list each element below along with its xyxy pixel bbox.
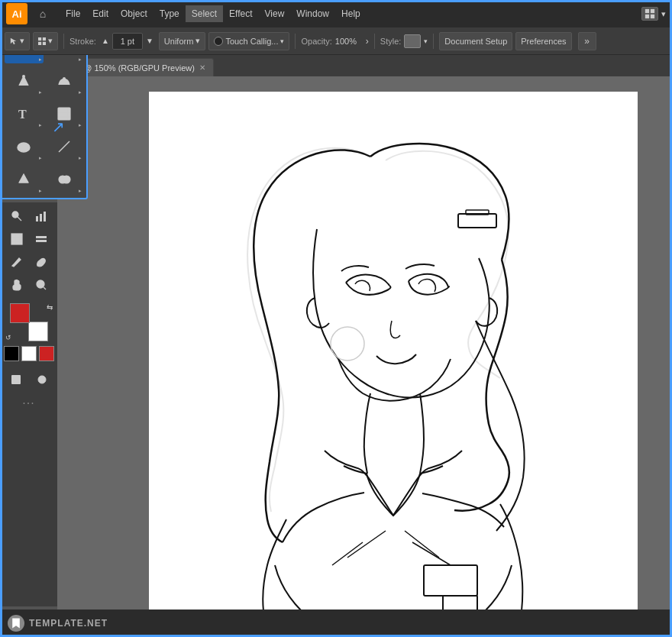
background-color-swatch[interactable]	[28, 322, 48, 341]
svg-point-11	[22, 75, 25, 78]
svg-line-20	[59, 141, 69, 152]
menu-help[interactable]: Help	[335, 5, 367, 22]
paint-btn[interactable]	[5, 163, 44, 195]
menu-type[interactable]: Type	[153, 5, 186, 22]
stroke-up-btn[interactable]: ▼	[144, 35, 156, 47]
view-mode-dropdown[interactable]: ▾	[661, 9, 666, 19]
stroke-none-swatch[interactable]	[21, 346, 37, 361]
blob-brush-btn[interactable]	[30, 251, 53, 273]
more-tools-btn[interactable]: ···	[22, 396, 34, 410]
pencil-tool-btn[interactable]	[5, 251, 28, 273]
zoom-view-btn[interactable]	[30, 274, 53, 296]
toolbar-select-btn[interactable]: ▾	[5, 32, 30, 50]
toolbox-row-3	[5, 251, 53, 273]
shapebuilder-btn[interactable]	[45, 163, 84, 195]
svg-rect-8	[43, 41, 46, 44]
zoom-tool-btn[interactable]	[5, 205, 28, 227]
illustration-svg	[149, 92, 638, 626]
svg-line-52	[412, 542, 451, 565]
pen-tool-btn[interactable]	[5, 65, 44, 96]
svg-line-51	[405, 531, 439, 558]
svg-rect-0	[645, 9, 649, 13]
toolbar-grid-btn[interactable]: ▾	[33, 32, 58, 50]
color-mode-swatch[interactable]	[39, 346, 54, 361]
opacity-expand-btn[interactable]: ›	[366, 36, 369, 47]
svg-rect-1	[651, 9, 654, 13]
svg-rect-45	[458, 214, 496, 228]
hand-tool-btn[interactable]	[5, 274, 28, 296]
menu-bar: Ai ⌂ File Edit Object Type Select Effect…	[0, 0, 672, 27]
bar-chart-btn[interactable]	[30, 228, 53, 250]
color-swatch-area: ⇆ ↺	[4, 303, 54, 341]
svg-rect-28	[40, 214, 42, 221]
svg-rect-42	[11, 375, 21, 384]
type-tool-btn[interactable]: T	[5, 98, 44, 129]
menu-effect[interactable]: Effect	[223, 5, 258, 22]
toolbar-sep-4	[433, 34, 434, 49]
fill-none-swatch[interactable]	[4, 346, 19, 361]
toolbar-extra-btn[interactable]: »	[578, 32, 596, 50]
svg-rect-3	[651, 15, 654, 18]
app-logo: Ai	[6, 3, 27, 24]
style-label: Style:	[380, 37, 402, 46]
svg-rect-27	[36, 216, 38, 221]
stroke-input[interactable]	[112, 33, 143, 50]
swap-colors-btn[interactable]: ⇆	[47, 303, 53, 312]
libraries-btn[interactable]	[5, 369, 27, 390]
uniform-dropdown[interactable]: Uniform▾	[159, 32, 206, 50]
toolbox-row-1	[5, 205, 53, 227]
brush-color-dot	[214, 37, 223, 46]
template-logo: TEMPLATE.NET	[8, 615, 108, 632]
svg-point-19	[18, 143, 30, 152]
menu-file[interactable]: File	[60, 5, 86, 22]
tab-bar: d-1* @ 150% (RGB/GPU Preview) ✕	[57, 55, 672, 76]
home-button[interactable]: ⌂	[32, 3, 53, 24]
svg-line-25	[18, 217, 21, 221]
menu-window[interactable]: Window	[290, 5, 335, 22]
menu-select[interactable]: Select	[186, 5, 223, 22]
opacity-label: Opacity:	[301, 37, 331, 46]
touch-callig-dropdown[interactable]: Touch Callig... ▾	[208, 32, 289, 50]
curvature-tool-btn[interactable]	[45, 65, 84, 96]
toolbar: ▾ ▾ Stroke: ▲ ▼ Uniform▾ Touch Callig...…	[0, 27, 672, 55]
svg-line-50	[347, 531, 386, 558]
style-swatch[interactable]	[404, 34, 421, 48]
toolbar-sep-2	[295, 34, 296, 49]
swatches-btn[interactable]	[31, 369, 53, 390]
template-logo-icon	[8, 615, 24, 632]
menu-object[interactable]: Object	[115, 5, 153, 22]
cursor-arrow-indicator: ↗	[52, 118, 65, 136]
document-setup-btn[interactable]: Document Setup	[439, 32, 512, 50]
svg-text:T: T	[18, 108, 27, 121]
svg-point-12	[63, 77, 66, 80]
style-dropdown-arrow[interactable]: ▾	[424, 37, 428, 45]
svg-point-43	[38, 376, 46, 383]
svg-marker-53	[12, 619, 20, 629]
ellipse-tool-btn[interactable]	[5, 131, 44, 162]
svg-rect-29	[44, 212, 46, 221]
svg-point-23	[63, 176, 70, 183]
stroke-down-btn[interactable]: ▲	[99, 35, 111, 47]
tab-close-btn[interactable]: ✕	[199, 63, 205, 72]
svg-point-44	[331, 327, 364, 361]
view-mode-button[interactable]	[641, 7, 658, 21]
svg-rect-47	[424, 565, 477, 596]
color-mode-row	[4, 346, 54, 361]
toolbox-row-2	[5, 228, 53, 250]
template-logo-text: TEMPLATE.NET	[29, 618, 108, 629]
rect-grid-btn[interactable]	[5, 228, 28, 250]
svg-rect-2	[645, 15, 649, 18]
foreground-color-swatch[interactable]	[10, 303, 30, 323]
toolbar-sep-3	[374, 34, 375, 49]
preferences-btn[interactable]: Preferences	[515, 32, 571, 50]
svg-line-39	[44, 287, 46, 289]
canvas-white[interactable]	[149, 92, 638, 626]
toolbar-sep-1	[63, 34, 64, 49]
menu-edit[interactable]: Edit	[86, 5, 115, 22]
extra-icons-row	[5, 369, 53, 390]
graph-tool-btn[interactable]	[30, 205, 53, 227]
svg-rect-30	[11, 234, 22, 244]
reset-colors-btn[interactable]: ↺	[5, 334, 11, 341]
menu-view[interactable]: View	[259, 5, 291, 22]
svg-rect-35	[36, 236, 47, 238]
